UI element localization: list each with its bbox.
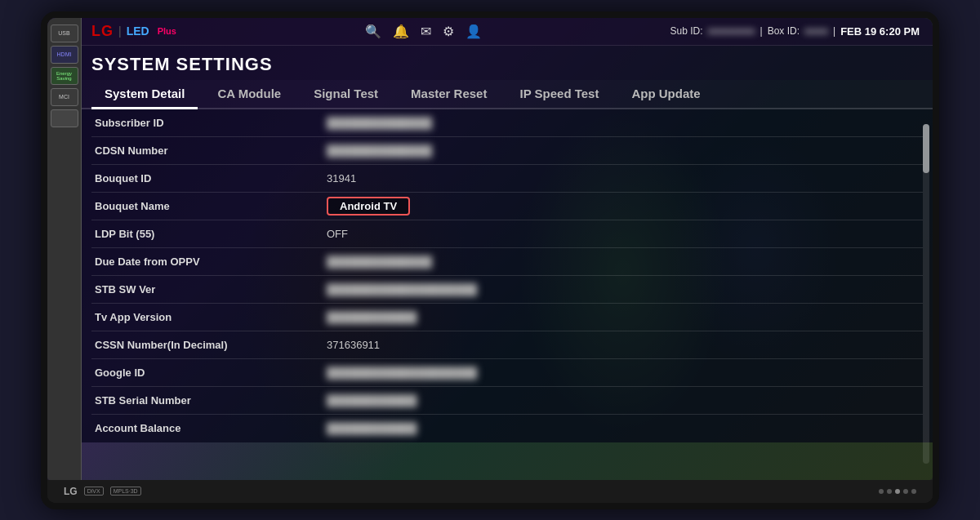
row-value-account-balance: ████████████ (320, 418, 923, 438)
content-area: Subscriber ID ██████████████ CDSN Number… (82, 109, 933, 442)
tab-app-update[interactable]: App Update (618, 80, 713, 109)
gear-icon[interactable]: ⚙ (443, 24, 454, 39)
row-label-cdsn: CDSN Number (91, 140, 320, 161)
row-label-cssn: CSSN Number(In Decimal) (91, 335, 320, 355)
top-info: Sub ID: ●●●●●●●● | Box ID: ●●●● | FEB 19… (670, 25, 920, 38)
logo-divider: | (118, 24, 122, 38)
row-label-ldp: LDP Bit (55) (91, 224, 320, 244)
row-value-ldp: OFF (320, 224, 923, 244)
page-title: SYSTEM SETTINGS (91, 54, 920, 75)
top-icons: 🔍 🔔 ✉ ⚙ 👤 (365, 24, 482, 39)
table-row: Google ID ████████████████████ (91, 359, 923, 387)
nav-tabs: System Detail CA Module Signal Test Mast… (82, 80, 933, 109)
table-row: Subscriber ID ██████████████ (91, 109, 923, 137)
row-label-tv-app: Tv App Version (91, 307, 320, 327)
row-value-cssn: 371636911 (320, 335, 923, 355)
hdmi-badge: HDMI (51, 46, 78, 64)
tv-outer: USB HDMI Energy Saving MCI LG | LED Plus… (41, 11, 939, 509)
row-value-google-id: ████████████████████ (320, 362, 923, 383)
control-dot (887, 489, 892, 494)
energy-badge: Energy Saving (51, 67, 78, 85)
usb-badge: USB (51, 24, 78, 42)
row-value-cdsn: ██████████████ (320, 140, 923, 161)
control-dot (879, 489, 884, 494)
mci-badge: MCI (51, 88, 78, 106)
bell-icon[interactable]: 🔔 (393, 24, 409, 39)
table-row: STB Serial Number ████████████ (91, 387, 923, 415)
table-row: Tv App Version ████████████ (91, 304, 923, 331)
tab-system-detail[interactable]: System Detail (91, 80, 198, 109)
user-icon[interactable]: 👤 (466, 24, 482, 39)
tv-bottom-controls (879, 489, 916, 494)
row-value-bouquet-name: Android TV (320, 193, 923, 220)
side-bottom-badge (51, 109, 78, 127)
table-row: STB SW Ver ████████████████████ (91, 276, 923, 304)
table-row: CDSN Number ██████████████ (91, 137, 923, 165)
tv-screen: USB HDMI Energy Saving MCI LG | LED Plus… (47, 18, 933, 480)
row-label-bouquet-name: Bouquet Name (91, 196, 320, 216)
led-text: LED (127, 24, 149, 38)
tv-bottom-left: LG DiVX MPLS·3D (64, 486, 141, 497)
row-value-bouquet-id: 31941 (320, 168, 923, 189)
tab-master-reset[interactable]: Master Reset (398, 80, 500, 109)
sub-id-value: ●●●●●●●● (708, 25, 755, 37)
lg-logo: LG (91, 23, 114, 40)
table-row: Bouquet Name Android TV (91, 193, 923, 220)
brand-sub: Plus (158, 26, 176, 36)
row-value-stb-sw: ████████████████████ (320, 279, 923, 300)
logo-area: LG | LED Plus (91, 23, 176, 40)
control-dot (895, 489, 900, 494)
tab-ip-speed-test[interactable]: IP Speed Test (506, 80, 612, 109)
row-value-tv-app: ████████████ (320, 307, 923, 327)
row-value-stb-serial: ████████████ (320, 390, 923, 411)
row-label-stb-sw: STB SW Ver (91, 279, 320, 300)
table-row: LDP Bit (55) OFF (91, 220, 923, 248)
row-label-due-date: Due Date from OPPV (91, 251, 320, 272)
row-label-account-balance: Account Balance (91, 418, 320, 438)
mail-icon[interactable]: ✉ (421, 24, 431, 39)
row-label-stb-serial: STB Serial Number (91, 390, 320, 411)
table-row: CSSN Number(In Decimal) 371636911 (91, 331, 923, 359)
control-dot (911, 489, 916, 494)
search-icon[interactable]: 🔍 (365, 24, 381, 39)
sub-id-label: Sub ID: (670, 25, 703, 37)
main-content: LG | LED Plus 🔍 🔔 ✉ ⚙ 👤 Sub ID: ●●●●●●●●… (82, 18, 933, 480)
side-panel: USB HDMI Energy Saving MCI (47, 18, 82, 480)
row-label-subscriber-id: Subscriber ID (91, 113, 320, 133)
box-id-label: Box ID: (768, 25, 800, 37)
page-title-bar: SYSTEM SETTINGS (82, 46, 933, 80)
mpls-badge: MPLS·3D (110, 487, 141, 496)
separator2: | (833, 25, 835, 37)
row-label-google-id: Google ID (91, 362, 320, 383)
scrollbar[interactable] (923, 124, 929, 464)
tab-ca-module[interactable]: CA Module (204, 80, 294, 109)
datetime: FEB 19 6:20 PM (840, 25, 920, 38)
tv-brand-logo: LG (64, 486, 78, 497)
control-dot (903, 489, 908, 494)
android-tv-badge: Android TV (327, 197, 410, 216)
table-row: Due Date from OPPV ██████████████ (91, 248, 923, 276)
tv-bottom-bar: LG DiVX MPLS·3D (47, 480, 933, 503)
tab-signal-test[interactable]: Signal Test (301, 80, 391, 109)
row-value-due-date: ██████████████ (320, 251, 923, 272)
scrollbar-thumb[interactable] (923, 124, 929, 173)
row-value-subscriber-id: ██████████████ (320, 113, 923, 133)
table-row: Bouquet ID 31941 (91, 165, 923, 193)
table-row: Account Balance ████████████ (91, 415, 923, 442)
separator1: | (760, 25, 763, 37)
divx-badge: DiVX (84, 487, 104, 496)
box-id-value: ●●●● (804, 25, 828, 37)
row-label-bouquet-id: Bouquet ID (91, 168, 320, 189)
top-bar: LG | LED Plus 🔍 🔔 ✉ ⚙ 👤 Sub ID: ●●●●●●●●… (82, 18, 933, 46)
